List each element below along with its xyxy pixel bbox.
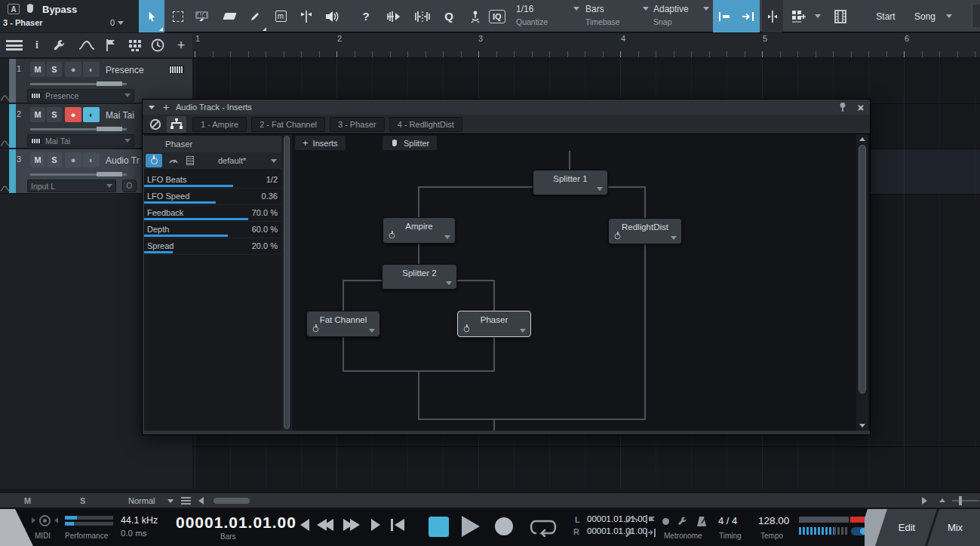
plugin-power-button[interactable] xyxy=(146,154,162,167)
param-row-lfo-beats[interactable]: LFO Beats 1/2 xyxy=(144,172,281,189)
macro-dropdown-arrow[interactable] xyxy=(812,0,824,32)
insert-tab-fat-channel[interactable]: 2 - Fat Channel xyxy=(251,117,325,132)
dropdown-arrow-icon[interactable] xyxy=(520,329,526,333)
time-unit-label[interactable]: Bars xyxy=(220,532,236,541)
add-track-button[interactable]: + xyxy=(174,37,189,54)
param-row-spread[interactable]: Spread 20.0 % xyxy=(144,238,281,255)
edit-page-button[interactable]: Edit xyxy=(886,509,928,546)
preset-name[interactable]: default* xyxy=(218,156,246,165)
node-power-icon[interactable] xyxy=(615,234,621,240)
solo-button[interactable]: S xyxy=(47,107,62,122)
record-arm-button[interactable]: ● xyxy=(65,152,81,167)
zoom-tool-button[interactable]: Q xyxy=(438,0,459,32)
automation-expand-icon[interactable] xyxy=(1,95,9,101)
performance-label[interactable]: Performance xyxy=(65,532,108,540)
snap-dropdown[interactable]: Adaptive Snap xyxy=(653,0,711,32)
automation-icon[interactable] xyxy=(78,41,95,51)
node-phaser[interactable]: Phaser xyxy=(457,311,531,337)
solo-button[interactable]: S xyxy=(47,152,62,167)
scroll-down-icon[interactable] xyxy=(859,424,865,428)
insert-tab-phaser[interactable]: 3 - Phaser xyxy=(330,117,385,132)
record-arm-button-active[interactable]: ● xyxy=(65,107,81,122)
audition-tool-button[interactable] xyxy=(381,0,407,32)
macro-count-dropdown[interactable]: 0 xyxy=(110,18,124,27)
input-selector[interactable]: Input L xyxy=(27,179,116,192)
pencil-tool-button[interactable] xyxy=(242,0,268,32)
track-color-strip[interactable] xyxy=(9,149,16,193)
mute-button[interactable]: M xyxy=(30,107,45,122)
macro-controls-button[interactable] xyxy=(786,0,812,32)
solo-button[interactable]: S xyxy=(47,62,62,77)
track-size-dropdown[interactable]: Normal xyxy=(128,496,155,505)
snap-to-grid-button[interactable] xyxy=(713,0,736,32)
dropdown-arrow-icon[interactable] xyxy=(271,159,277,163)
node-splitter-2[interactable]: Splitter 2 xyxy=(382,264,457,290)
stop-button[interactable] xyxy=(429,517,449,537)
param-row-feedback[interactable]: Feedback 70.0 % xyxy=(144,205,281,222)
edit-cursor-button[interactable] xyxy=(762,0,783,32)
param-row-depth[interactable]: Depth 60.0 % xyxy=(144,222,281,238)
dropdown-arrow-icon[interactable] xyxy=(446,281,452,285)
track-setup-wrench-icon[interactable] xyxy=(53,38,66,54)
track-fader-handle[interactable] xyxy=(97,81,122,86)
node-redlightdist[interactable]: RedlightDist xyxy=(608,218,682,244)
dropdown-arrow-icon[interactable] xyxy=(597,187,603,191)
scroll-left-icon[interactable] xyxy=(198,497,204,505)
timeline-ruler[interactable]: 1 2 3 4 5 6 xyxy=(192,33,980,58)
bend-tool-button[interactable] xyxy=(462,0,488,32)
record-arm-button[interactable]: ● xyxy=(65,62,81,77)
dropdown-arrow-icon[interactable] xyxy=(167,499,174,503)
start-page-button[interactable]: Start xyxy=(865,0,907,32)
dropdown-arrow-icon[interactable] xyxy=(671,236,677,240)
next-marker-button[interactable] xyxy=(371,519,380,531)
param-slider[interactable] xyxy=(144,218,248,220)
timing-value[interactable]: 4 / 4 xyxy=(718,515,737,526)
preroll-icon[interactable] xyxy=(625,515,640,526)
metronome-icon[interactable] xyxy=(696,516,708,529)
instrument-keyboard-icon[interactable] xyxy=(169,66,184,75)
node-power-icon[interactable] xyxy=(464,327,470,333)
inserts-window-titlebar[interactable]: + Audio Track - Inserts × xyxy=(143,100,870,115)
zoom-expand-icon[interactable] xyxy=(939,498,945,502)
horizontal-scrollbar-thumb[interactable] xyxy=(214,498,250,504)
hand-tool-icon[interactable] xyxy=(24,2,36,16)
eraser-tool-button[interactable] xyxy=(217,0,242,32)
iq-input-quantize-button[interactable]: IQ xyxy=(489,0,505,32)
track-name[interactable]: Presence xyxy=(106,65,144,75)
node-ampire[interactable]: Ampire xyxy=(382,217,456,244)
pin-window-icon[interactable] xyxy=(838,102,847,114)
param-slider[interactable] xyxy=(144,201,216,204)
dropdown-arrow-icon[interactable] xyxy=(444,235,450,239)
track-fader-handle[interactable] xyxy=(97,127,122,131)
list-options-icon[interactable] xyxy=(181,497,191,505)
record-button[interactable] xyxy=(495,517,513,535)
knob-mode-icon[interactable] xyxy=(168,155,179,166)
mute-button[interactable]: M xyxy=(30,62,45,77)
loop-end-value[interactable]: 00001.01.01.00 xyxy=(587,526,647,535)
bypass-all-icon[interactable] xyxy=(147,117,164,132)
listen-tool-button[interactable] xyxy=(319,0,345,32)
splitter-diagram[interactable]: + Inserts Splitter xyxy=(292,134,856,431)
metronome-setup-wrench-icon[interactable] xyxy=(677,516,688,528)
track-name[interactable]: Mai Tai xyxy=(106,110,134,121)
dropdown-arrow-icon[interactable] xyxy=(369,329,375,333)
add-insert-icon[interactable]: + xyxy=(161,101,171,113)
instrument-selector[interactable]: Presence xyxy=(27,89,134,102)
track-color-strip[interactable] xyxy=(9,59,16,103)
metronome-label[interactable]: Metronome xyxy=(664,532,702,540)
play-button[interactable] xyxy=(462,516,480,537)
video-window-button[interactable] xyxy=(828,0,853,32)
performance-meter[interactable] xyxy=(65,522,113,526)
help-tool-button[interactable]: ? xyxy=(355,0,377,32)
return-to-start-button[interactable] xyxy=(391,519,404,531)
mix-page-button[interactable]: Mix xyxy=(935,509,975,546)
splitter-routing-icon[interactable] xyxy=(167,116,186,133)
param-row-lfo-speed[interactable]: LFO Speed 0.36 xyxy=(144,189,281,205)
preset-list-icon[interactable] xyxy=(186,156,194,165)
group-mute-button[interactable]: M xyxy=(24,496,31,505)
inspector-icon[interactable]: i xyxy=(32,38,42,53)
collapse-arrow-icon[interactable] xyxy=(149,106,155,109)
node-power-icon[interactable] xyxy=(313,327,319,333)
timebase-dropdown[interactable]: Bars Timebase xyxy=(585,0,650,32)
options-wrench-icon[interactable] xyxy=(625,528,635,540)
